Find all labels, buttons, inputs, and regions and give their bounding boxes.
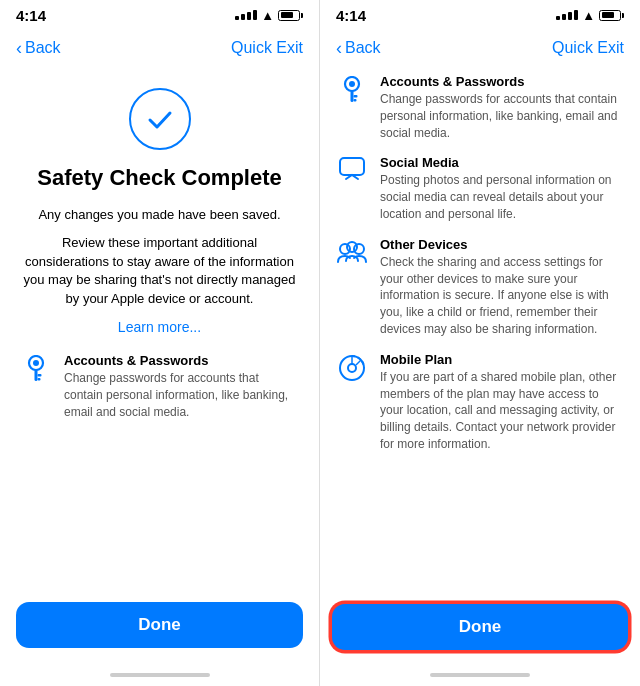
svg-point-6 bbox=[349, 81, 355, 87]
done-button-right[interactable]: Done bbox=[332, 604, 628, 650]
accounts-passwords-desc: Change passwords for accounts that conta… bbox=[64, 370, 299, 420]
social-media-title: Social Media bbox=[380, 155, 624, 170]
nav-bar-right: ‹ Back Quick Exit bbox=[320, 28, 640, 68]
checkmark-circle bbox=[129, 88, 191, 150]
completion-subtitle: Any changes you made have been saved. bbox=[20, 206, 299, 224]
status-time-left: 4:14 bbox=[16, 7, 46, 24]
svg-rect-9 bbox=[354, 99, 357, 102]
svg-rect-7 bbox=[351, 90, 354, 102]
status-icons-right: ▲ bbox=[556, 8, 624, 23]
accounts-passwords-right: Accounts & Passwords Change passwords fo… bbox=[380, 74, 624, 141]
status-time-right: 4:14 bbox=[336, 7, 366, 24]
other-devices-info: Other Devices Check the sharing and acce… bbox=[380, 237, 624, 338]
home-indicator-right bbox=[320, 668, 640, 686]
back-chevron-left: ‹ bbox=[16, 39, 22, 57]
other-devices-icon bbox=[336, 237, 368, 263]
quick-exit-button-left[interactable]: Quick Exit bbox=[231, 39, 303, 57]
list-item: Mobile Plan If you are part of a shared … bbox=[336, 352, 624, 453]
accounts-passwords-desc-right: Change passwords for accounts that conta… bbox=[380, 91, 624, 141]
quick-exit-button-right[interactable]: Quick Exit bbox=[552, 39, 624, 57]
battery-icon-left bbox=[278, 10, 303, 21]
mobile-plan-desc: If you are part of a shared mobile plan,… bbox=[380, 369, 624, 453]
wifi-icon-right: ▲ bbox=[582, 8, 595, 23]
status-bar-left: 4:14 ▲ bbox=[0, 0, 319, 28]
bottom-bar-left: Done bbox=[0, 592, 319, 668]
social-media-info: Social Media Posting photos and personal… bbox=[380, 155, 624, 222]
signal-bars-left bbox=[235, 10, 257, 20]
home-bar-left bbox=[110, 673, 210, 677]
svg-rect-10 bbox=[340, 158, 364, 175]
key-icon-right bbox=[336, 74, 368, 104]
bottom-bar-right: Done bbox=[320, 596, 640, 668]
svg-rect-2 bbox=[35, 369, 38, 381]
social-media-desc: Posting photos and personal information … bbox=[380, 172, 624, 222]
back-chevron-right: ‹ bbox=[336, 39, 342, 57]
accounts-passwords-title-right: Accounts & Passwords bbox=[380, 74, 624, 89]
svg-point-1 bbox=[33, 360, 39, 366]
back-label-right: Back bbox=[345, 39, 381, 57]
svg-line-17 bbox=[356, 360, 361, 365]
other-devices-title: Other Devices bbox=[380, 237, 624, 252]
mobile-plan-icon bbox=[336, 352, 368, 382]
accounts-passwords-info: Accounts & Passwords Change passwords fo… bbox=[64, 353, 299, 420]
status-bar-right: 4:14 ▲ bbox=[320, 0, 640, 28]
right-phone-panel: 4:14 ▲ ‹ Back Quick Exit bbox=[320, 0, 640, 686]
list-item: Accounts & Passwords Change passwords fo… bbox=[20, 353, 299, 420]
completion-description: Review these important additional consid… bbox=[20, 234, 299, 309]
nav-bar-left: ‹ Back Quick Exit bbox=[0, 28, 319, 68]
list-item: Accounts & Passwords Change passwords fo… bbox=[336, 74, 624, 141]
right-content: Accounts & Passwords Change passwords fo… bbox=[320, 68, 640, 596]
battery-icon-right bbox=[599, 10, 624, 21]
mobile-plan-info: Mobile Plan If you are part of a shared … bbox=[380, 352, 624, 453]
checkmark-icon bbox=[144, 103, 176, 135]
svg-point-15 bbox=[348, 364, 356, 372]
signal-bars-right bbox=[556, 10, 578, 20]
home-bar-right bbox=[430, 673, 530, 677]
mobile-plan-title: Mobile Plan bbox=[380, 352, 624, 367]
wifi-icon-left: ▲ bbox=[261, 8, 274, 23]
other-devices-desc: Check the sharing and access settings fo… bbox=[380, 254, 624, 338]
key-icon-left bbox=[20, 353, 52, 383]
svg-rect-3 bbox=[38, 374, 42, 377]
done-button-left[interactable]: Done bbox=[16, 602, 303, 648]
left-phone-panel: 4:14 ▲ ‹ Back Quick Exit bbox=[0, 0, 320, 686]
svg-rect-4 bbox=[38, 378, 41, 381]
back-button-left[interactable]: ‹ Back bbox=[16, 39, 61, 57]
social-media-icon bbox=[336, 155, 368, 181]
accounts-passwords-title: Accounts & Passwords bbox=[64, 353, 299, 368]
svg-rect-8 bbox=[354, 95, 358, 98]
home-indicator-left bbox=[0, 668, 319, 686]
list-item: Social Media Posting photos and personal… bbox=[336, 155, 624, 222]
back-button-right[interactable]: ‹ Back bbox=[336, 39, 381, 57]
back-label-left: Back bbox=[25, 39, 61, 57]
left-content: Safety Check Complete Any changes you ma… bbox=[0, 68, 319, 592]
status-icons-left: ▲ bbox=[235, 8, 303, 23]
learn-more-link[interactable]: Learn more... bbox=[20, 319, 299, 335]
list-item: Other Devices Check the sharing and acce… bbox=[336, 237, 624, 338]
completion-title: Safety Check Complete bbox=[20, 164, 299, 192]
